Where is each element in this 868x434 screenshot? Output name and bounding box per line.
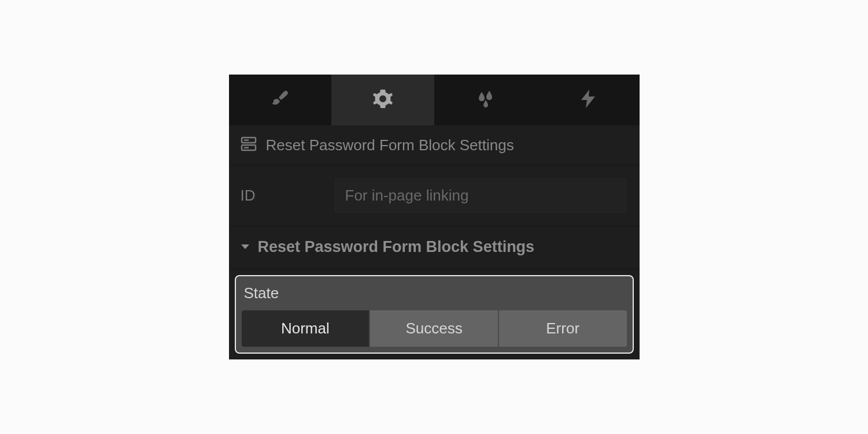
state-label: State <box>242 284 627 310</box>
panel-tabs <box>229 75 640 125</box>
settings-panel: Reset Password Form Block Settings ID Re… <box>229 75 640 359</box>
section-title: Reset Password Form Block Settings <box>258 238 535 256</box>
id-label: ID <box>241 187 322 205</box>
state-option-normal[interactable]: Normal <box>242 310 370 347</box>
lightning-icon <box>577 87 600 113</box>
state-segmented-control: Normal Success Error <box>242 310 627 347</box>
id-field-row: ID <box>229 165 640 227</box>
breadcrumb-title: Reset Password Form Block Settings <box>266 136 514 154</box>
form-block-icon <box>241 136 257 154</box>
section-header[interactable]: Reset Password Form Block Settings <box>229 227 640 269</box>
tab-style[interactable] <box>229 75 332 125</box>
tab-settings[interactable] <box>331 75 434 125</box>
state-option-success[interactable]: Success <box>370 310 498 347</box>
id-input[interactable] <box>333 177 628 214</box>
tab-effects[interactable] <box>434 75 537 125</box>
tab-interactions[interactable] <box>537 75 640 125</box>
brush-icon <box>268 87 291 113</box>
caret-down-icon <box>241 242 250 253</box>
gear-icon <box>371 87 394 113</box>
breadcrumb: Reset Password Form Block Settings <box>229 125 640 165</box>
droplets-icon <box>474 87 497 113</box>
state-group: State Normal Success Error <box>235 275 634 354</box>
state-option-error[interactable]: Error <box>499 310 627 347</box>
